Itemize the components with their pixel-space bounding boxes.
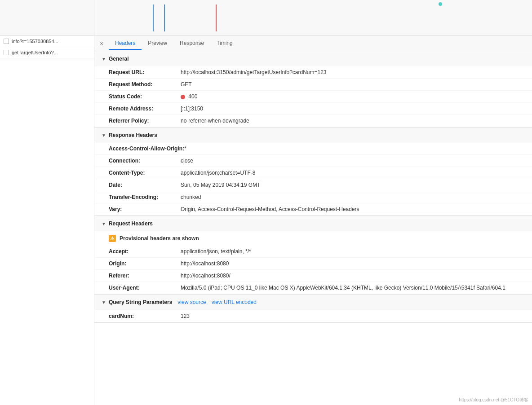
content-type-value: application/json;charset=UTF-8 — [181, 170, 255, 176]
query-string-arrow-icon: ▼ — [102, 300, 106, 305]
sidebar-item-2[interactable]: getTargetUserInfo?... — [0, 47, 94, 58]
query-string-title: Query String Parameters — [109, 299, 172, 305]
timeline-bar-2 — [164, 4, 165, 31]
general-section-header[interactable]: ▼ General — [94, 51, 532, 66]
tab-timing[interactable]: Timing — [210, 37, 239, 50]
accept-row: Accept: application/json, text/plain, */… — [94, 246, 532, 258]
status-code-label: Status Code: — [109, 93, 181, 100]
user-agent-value: Mozilla/5.0 (iPad; CPU OS 11_0 like Mac … — [181, 285, 505, 291]
request-headers-section: ▼ Request Headers ⚠ Provisional headers … — [94, 216, 532, 295]
vary-row: Vary: Origin, Access-Control-Request-Met… — [94, 203, 532, 216]
timeline-bar-1 — [153, 4, 154, 31]
acao-row: Access-Control-Allow-Origin: * — [94, 143, 532, 155]
request-headers-section-header[interactable]: ▼ Request Headers — [94, 216, 532, 231]
tab-bar: × Headers Preview Response Timing — [94, 36, 532, 51]
request-headers-arrow-icon: ▼ — [102, 221, 106, 226]
origin-value: http://localhost:8080 — [181, 260, 229, 267]
referer-value: http://localhost:8080/ — [181, 273, 231, 279]
query-string-section: ▼ Query String Parameters view source vi… — [94, 295, 532, 323]
request-method-value: GET — [181, 81, 192, 88]
remote-address-label: Remote Address: — [109, 106, 181, 112]
timeline-area — [0, 0, 532, 36]
remote-address-row: Remote Address: [::1]:3150 — [94, 103, 532, 115]
status-dot-icon — [181, 95, 185, 99]
request-method-row: Request Method: GET — [94, 79, 532, 91]
request-url-row: Request URL: http://localhost:3150/admin… — [94, 66, 532, 79]
sidebar-item-label-1: info?t=1557030854... — [12, 39, 58, 44]
content-type-row: Content-Type: application/json;charset=U… — [94, 167, 532, 179]
response-headers-section: ▼ Response Headers Access-Control-Allow-… — [94, 128, 532, 216]
status-code-row: Status Code: 400 — [94, 91, 532, 103]
tab-preview[interactable]: Preview — [142, 37, 173, 50]
sidebar-checkbox-1[interactable] — [4, 39, 9, 44]
footer-watermark: https://blog.csdn.net @51CTO博客 — [459, 397, 528, 403]
response-headers-arrow-icon: ▼ — [102, 133, 106, 138]
request-url-label: Request URL: — [109, 69, 181, 75]
timeline-dot-teal — [439, 2, 442, 6]
tab-headers[interactable]: Headers — [109, 37, 142, 50]
response-headers-section-title: Response Headers — [109, 132, 157, 138]
connection-value: close — [181, 158, 193, 164]
transfer-encoding-value: chunked — [181, 194, 201, 200]
response-headers-section-header[interactable]: ▼ Response Headers — [94, 128, 532, 143]
referrer-policy-label: Referrer Policy: — [109, 118, 181, 124]
general-section: ▼ General Request URL: http://localhost:… — [94, 51, 532, 128]
date-label: Date: — [109, 182, 181, 188]
vary-value: Origin, Access-Control-Request-Method, A… — [181, 206, 359, 212]
sidebar-item-label-2: getTargetUserInfo?... — [12, 50, 58, 55]
date-row: Date: Sun, 05 May 2019 04:34:19 GMT — [94, 179, 532, 191]
connection-label: Connection: — [109, 158, 181, 164]
referer-label: Referer: — [109, 273, 181, 279]
referrer-policy-value: no-referrer-when-downgrade — [181, 118, 249, 124]
accept-value: application/json, text/plain, */* — [181, 248, 251, 255]
provisional-headers-warning: ⚠ Provisional headers are shown — [94, 231, 532, 246]
tab-response[interactable]: Response — [173, 37, 210, 50]
sidebar-item-1[interactable]: info?t=1557030854... — [0, 36, 94, 47]
acao-label: Access-Control-Allow-Origin: — [109, 145, 184, 152]
transfer-encoding-label: Transfer-Encoding: — [109, 194, 181, 200]
accept-label: Accept: — [109, 248, 181, 255]
timeline-right — [94, 0, 532, 35]
main-layout: info?t=1557030854... getTargetUserInfo?.… — [0, 36, 532, 405]
view-source-link[interactable]: view source — [177, 299, 206, 305]
transfer-encoding-row: Transfer-Encoding: chunked — [94, 191, 532, 203]
status-code-value: 400 — [181, 93, 197, 100]
cardnum-label: cardNum: — [109, 313, 181, 319]
timeline-left — [0, 0, 94, 35]
vary-label: Vary: — [109, 206, 181, 212]
content-area: ▼ General Request URL: http://localhost:… — [94, 51, 532, 405]
origin-row: Origin: http://localhost:8080 — [94, 258, 532, 270]
provisional-headers-text: Provisional headers are shown — [120, 235, 199, 242]
sidebar-checkbox-2[interactable] — [4, 50, 9, 55]
sidebar: info?t=1557030854... getTargetUserInfo?.… — [0, 36, 94, 405]
general-arrow-icon: ▼ — [102, 57, 106, 62]
request-headers-section-title: Request Headers — [109, 220, 153, 227]
right-panel: × Headers Preview Response Timing ▼ Gene… — [94, 36, 532, 405]
referer-row: Referer: http://localhost:8080/ — [94, 270, 532, 282]
timeline-bar-red — [216, 4, 217, 31]
content-type-label: Content-Type: — [109, 170, 181, 176]
user-agent-row: User-Agent: Mozilla/5.0 (iPad; CPU OS 11… — [94, 282, 532, 294]
general-section-title: General — [109, 56, 129, 62]
request-method-label: Request Method: — [109, 81, 181, 88]
query-string-header[interactable]: ▼ Query String Parameters view source vi… — [94, 295, 532, 310]
request-url-value: http://localhost:3150/admin/getTargetUse… — [181, 69, 327, 75]
user-agent-label: User-Agent: — [109, 285, 181, 291]
cardnum-value: 123 — [181, 313, 190, 319]
remote-address-value: [::1]:3150 — [181, 106, 203, 112]
view-url-encoded-link[interactable]: view URL encoded — [212, 299, 257, 305]
warning-icon: ⚠ — [109, 235, 116, 242]
cardnum-row: cardNum: 123 — [94, 310, 532, 322]
origin-label: Origin: — [109, 260, 181, 267]
close-tab-button[interactable]: × — [98, 40, 105, 47]
date-value: Sun, 05 May 2019 04:34:19 GMT — [181, 182, 260, 188]
referrer-policy-row: Referrer Policy: no-referrer-when-downgr… — [94, 115, 532, 127]
connection-row: Connection: close — [94, 155, 532, 167]
acao-value: * — [184, 145, 186, 152]
